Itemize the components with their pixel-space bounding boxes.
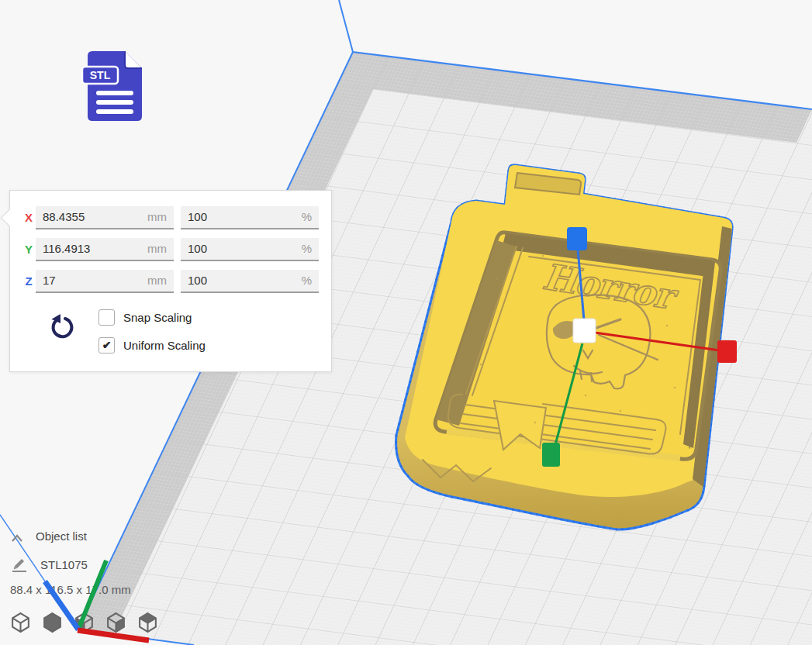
y-percent-input[interactable]: 100 %	[181, 238, 319, 261]
reset-rotate-icon	[47, 312, 77, 341]
reset-scale-button[interactable]	[47, 312, 77, 341]
object-list-collapse-chevron-icon[interactable]	[11, 532, 23, 546]
x-mm-unit: mm	[147, 210, 167, 223]
y-mm-unit: mm	[147, 242, 167, 255]
stl-badge-label: STL	[90, 69, 111, 81]
right-view-icon[interactable]	[137, 612, 158, 633]
z-percent-input[interactable]: 100 %	[181, 270, 319, 293]
3d-view-icon[interactable]	[10, 612, 31, 633]
folded-corner	[125, 51, 142, 68]
y-scale-handle[interactable]	[542, 443, 560, 467]
top-view-icon[interactable]	[74, 612, 95, 633]
x-percent-input[interactable]: 100 %	[181, 206, 319, 229]
z-mm-input[interactable]: 17 mm	[36, 270, 174, 293]
x-axis-label: X	[21, 211, 36, 224]
object-edit-pencil-icon[interactable]	[11, 555, 28, 576]
snap-scaling-label: Snap Scaling	[123, 311, 192, 324]
front-view-icon[interactable]	[42, 612, 63, 633]
uniform-scaling-label: Uniform Scaling	[123, 339, 206, 352]
y-percent-unit: %	[302, 242, 312, 255]
z-mm-unit: mm	[147, 274, 167, 287]
object-list-header[interactable]: Object list	[36, 529, 87, 543]
y-mm-input[interactable]: 116.4913 mm	[36, 238, 174, 261]
uniform-scaling-checkbox[interactable]: ✔	[98, 337, 115, 354]
x-percent-unit: %	[302, 210, 312, 223]
object-name-label[interactable]: STL1075	[40, 558, 88, 571]
scale-tool-panel: X 88.4355 mm 100 % Y 116.4913 mm 100 % Z…	[9, 190, 332, 372]
y-axis-label: Y	[21, 243, 36, 256]
center-scale-handle[interactable]	[573, 319, 596, 343]
z-axis-label: Z	[21, 274, 36, 288]
object-dimensions-label: 88.4 x 116.5 x 17.0 mm	[10, 583, 131, 596]
snap-scaling-checkbox[interactable]	[98, 309, 115, 326]
x-mm-input[interactable]: 88.4355 mm	[36, 206, 174, 229]
camera-view-buttons	[10, 612, 158, 633]
x-scale-handle[interactable]	[717, 340, 737, 363]
z-percent-unit: %	[302, 274, 312, 287]
stl-file-icon: STL	[81, 50, 145, 122]
left-view-icon[interactable]	[105, 612, 126, 633]
z-scale-handle[interactable]	[567, 227, 587, 250]
